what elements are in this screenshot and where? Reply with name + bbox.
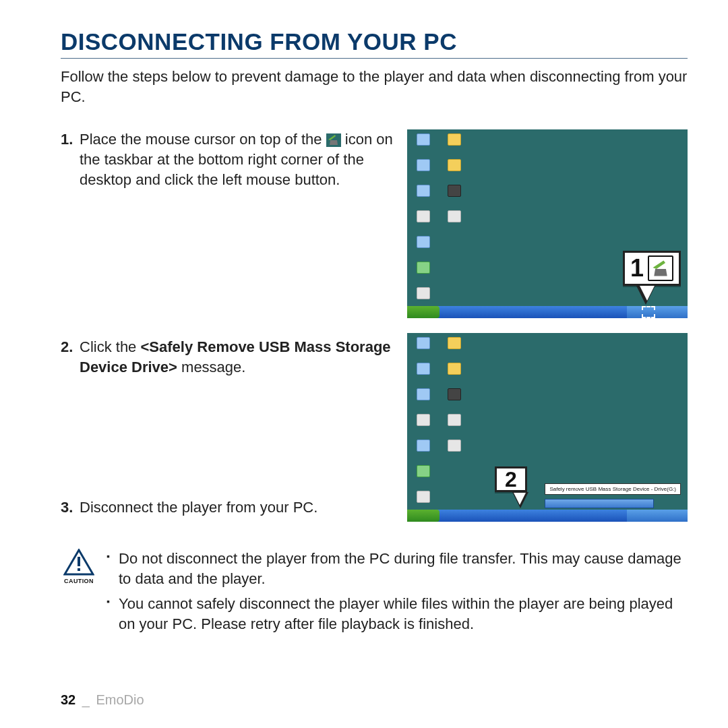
step-3: 3. Disconnect the player from your PC. (61, 497, 398, 518)
desktop-icon (442, 185, 466, 208)
page-footer: 32 _ EmoDio (61, 692, 144, 708)
start-button (407, 510, 439, 522)
step-2-pre: Click the (80, 338, 140, 355)
desktop-icon (442, 414, 466, 437)
desktop-icon (442, 159, 466, 182)
safely-remove-icon (648, 255, 673, 281)
desktop-icon (411, 465, 435, 488)
step-2-post: message. (181, 359, 245, 375)
steps-column: 1. Place the mouse cursor on top of the … (61, 129, 398, 530)
callout-1: 1 (623, 251, 681, 286)
desktop-icon (411, 262, 435, 284)
desktop-icon (411, 210, 435, 233)
desktop-icon (411, 236, 435, 259)
manual-page: DISCONNECTING FROM YOUR PC Follow the st… (0, 0, 728, 728)
svg-marker-1 (330, 140, 338, 145)
start-button (407, 306, 439, 318)
desktop-icon (442, 210, 466, 233)
footer-section: EmoDio (96, 692, 144, 707)
desktop-icon (411, 439, 435, 462)
desktop-icon (442, 439, 466, 462)
desktop-icon (411, 159, 435, 182)
caution-triangle-icon (63, 549, 94, 576)
caution-block: CAUTION Do not disconnect the player fro… (61, 549, 688, 640)
desktop-icon (442, 363, 466, 386)
screenshots-column: 1 (407, 129, 688, 522)
callout-2-tail-inner (514, 493, 526, 505)
desktop-icon (442, 388, 466, 411)
step-1-number: 1. (61, 129, 80, 325)
step-3-body: Disconnect the player from your PC. (80, 497, 398, 518)
svg-rect-7 (78, 568, 80, 571)
step-1-pre: Place the mouse cursor on top of the (80, 131, 326, 148)
step-1-body: Place the mouse cursor on top of the ico… (80, 129, 398, 325)
desktop-icon (442, 133, 466, 156)
desktop-icon (411, 185, 435, 208)
desktop-icon (411, 337, 435, 360)
step-2: 2. Click the <Safely Remove USB Mass Sto… (61, 337, 398, 485)
intro-text: Follow the steps below to prevent damage… (61, 67, 688, 107)
step-2-number: 2. (61, 337, 80, 485)
step-1: 1. Place the mouse cursor on top of the … (61, 129, 398, 325)
system-tray (627, 510, 688, 522)
caution-item: You cannot safely disconnect the player … (107, 594, 688, 634)
caution-item: Do not disconnect the player from the PC… (107, 549, 688, 588)
caution-list: Do not disconnect the player from the PC… (107, 549, 688, 640)
footer-separator: _ (82, 692, 90, 707)
desktop-icon (411, 388, 435, 411)
screenshot-1: 1 (407, 129, 688, 318)
svg-marker-3 (654, 269, 667, 276)
step-2-body: Click the <Safely Remove USB Mass Storag… (80, 337, 398, 485)
page-number: 32 (61, 692, 75, 707)
callout-2-number: 2 (505, 468, 517, 490)
caution-label: CAUTION (64, 577, 94, 585)
tray-balloon-bar (545, 499, 654, 508)
safely-remove-icon-inline (326, 132, 341, 146)
safely-remove-tooltip: Safely remove USB Mass Storage Device - … (545, 483, 681, 495)
desktop-icon (411, 414, 435, 437)
desktop-icon (442, 337, 466, 360)
step-3-number: 3. (61, 497, 80, 518)
callout-2: 2 (495, 466, 527, 492)
svg-rect-6 (78, 557, 80, 566)
tray-icon-highlight (642, 306, 655, 318)
page-title: DISCONNECTING FROM YOUR PC (61, 28, 688, 59)
svg-marker-4 (653, 261, 666, 269)
caution-mark: CAUTION (61, 549, 97, 585)
content-columns: 1. Place the mouse cursor on top of the … (61, 129, 688, 530)
screenshot-2: Safely remove USB Mass Storage Device - … (407, 333, 688, 522)
desktop-icon (411, 363, 435, 386)
callout-1-number: 1 (630, 256, 644, 280)
system-tray (627, 306, 688, 318)
desktop-icon (411, 133, 435, 156)
callout-1-tail-inner (640, 286, 655, 301)
